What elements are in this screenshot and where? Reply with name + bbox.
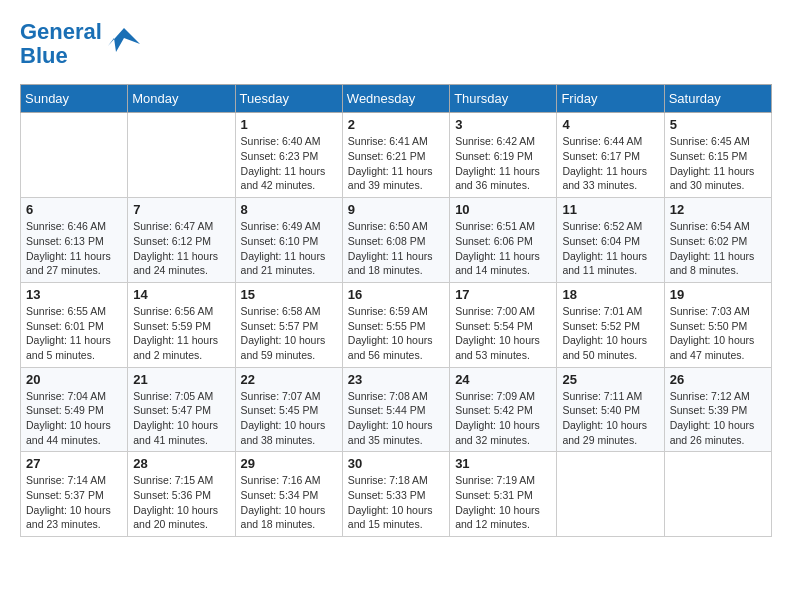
calendar-cell: 15Sunrise: 6:58 AM Sunset: 5:57 PM Dayli… [235, 282, 342, 367]
calendar-body: 1Sunrise: 6:40 AM Sunset: 6:23 PM Daylig… [21, 113, 772, 537]
day-info: Sunrise: 7:01 AM Sunset: 5:52 PM Dayligh… [562, 304, 658, 363]
weekday-header-tuesday: Tuesday [235, 85, 342, 113]
calendar-cell [128, 113, 235, 198]
calendar-cell: 20Sunrise: 7:04 AM Sunset: 5:49 PM Dayli… [21, 367, 128, 452]
day-info: Sunrise: 6:47 AM Sunset: 6:12 PM Dayligh… [133, 219, 229, 278]
day-info: Sunrise: 7:00 AM Sunset: 5:54 PM Dayligh… [455, 304, 551, 363]
calendar-cell: 3Sunrise: 6:42 AM Sunset: 6:19 PM Daylig… [450, 113, 557, 198]
day-number: 27 [26, 456, 122, 471]
day-info: Sunrise: 6:55 AM Sunset: 6:01 PM Dayligh… [26, 304, 122, 363]
day-info: Sunrise: 7:19 AM Sunset: 5:31 PM Dayligh… [455, 473, 551, 532]
calendar-cell: 10Sunrise: 6:51 AM Sunset: 6:06 PM Dayli… [450, 198, 557, 283]
day-info: Sunrise: 6:41 AM Sunset: 6:21 PM Dayligh… [348, 134, 444, 193]
calendar-cell: 4Sunrise: 6:44 AM Sunset: 6:17 PM Daylig… [557, 113, 664, 198]
calendar-cell: 19Sunrise: 7:03 AM Sunset: 5:50 PM Dayli… [664, 282, 771, 367]
svg-marker-0 [108, 28, 140, 52]
weekday-header-wednesday: Wednesday [342, 85, 449, 113]
day-number: 20 [26, 372, 122, 387]
day-number: 4 [562, 117, 658, 132]
weekday-header-sunday: Sunday [21, 85, 128, 113]
day-info: Sunrise: 7:11 AM Sunset: 5:40 PM Dayligh… [562, 389, 658, 448]
day-number: 13 [26, 287, 122, 302]
day-info: Sunrise: 6:40 AM Sunset: 6:23 PM Dayligh… [241, 134, 337, 193]
calendar-cell: 6Sunrise: 6:46 AM Sunset: 6:13 PM Daylig… [21, 198, 128, 283]
day-number: 17 [455, 287, 551, 302]
calendar-cell: 31Sunrise: 7:19 AM Sunset: 5:31 PM Dayli… [450, 452, 557, 537]
day-info: Sunrise: 7:12 AM Sunset: 5:39 PM Dayligh… [670, 389, 766, 448]
day-number: 14 [133, 287, 229, 302]
day-info: Sunrise: 7:14 AM Sunset: 5:37 PM Dayligh… [26, 473, 122, 532]
day-number: 7 [133, 202, 229, 217]
day-info: Sunrise: 7:15 AM Sunset: 5:36 PM Dayligh… [133, 473, 229, 532]
day-info: Sunrise: 6:45 AM Sunset: 6:15 PM Dayligh… [670, 134, 766, 193]
calendar-table: SundayMondayTuesdayWednesdayThursdayFrid… [20, 84, 772, 537]
day-number: 21 [133, 372, 229, 387]
calendar-week-1: 1Sunrise: 6:40 AM Sunset: 6:23 PM Daylig… [21, 113, 772, 198]
day-number: 1 [241, 117, 337, 132]
day-info: Sunrise: 6:58 AM Sunset: 5:57 PM Dayligh… [241, 304, 337, 363]
day-info: Sunrise: 6:46 AM Sunset: 6:13 PM Dayligh… [26, 219, 122, 278]
calendar-week-5: 27Sunrise: 7:14 AM Sunset: 5:37 PM Dayli… [21, 452, 772, 537]
day-number: 11 [562, 202, 658, 217]
day-info: Sunrise: 7:03 AM Sunset: 5:50 PM Dayligh… [670, 304, 766, 363]
day-number: 18 [562, 287, 658, 302]
calendar-cell: 2Sunrise: 6:41 AM Sunset: 6:21 PM Daylig… [342, 113, 449, 198]
day-info: Sunrise: 7:16 AM Sunset: 5:34 PM Dayligh… [241, 473, 337, 532]
calendar-cell [21, 113, 128, 198]
day-number: 16 [348, 287, 444, 302]
calendar-cell: 22Sunrise: 7:07 AM Sunset: 5:45 PM Dayli… [235, 367, 342, 452]
calendar-cell: 29Sunrise: 7:16 AM Sunset: 5:34 PM Dayli… [235, 452, 342, 537]
day-number: 5 [670, 117, 766, 132]
weekday-header-thursday: Thursday [450, 85, 557, 113]
day-number: 24 [455, 372, 551, 387]
day-number: 10 [455, 202, 551, 217]
calendar-cell: 30Sunrise: 7:18 AM Sunset: 5:33 PM Dayli… [342, 452, 449, 537]
calendar-cell: 9Sunrise: 6:50 AM Sunset: 6:08 PM Daylig… [342, 198, 449, 283]
day-info: Sunrise: 6:59 AM Sunset: 5:55 PM Dayligh… [348, 304, 444, 363]
day-info: Sunrise: 7:08 AM Sunset: 5:44 PM Dayligh… [348, 389, 444, 448]
calendar-cell: 24Sunrise: 7:09 AM Sunset: 5:42 PM Dayli… [450, 367, 557, 452]
logo-bird-icon [106, 24, 142, 60]
calendar-cell: 12Sunrise: 6:54 AM Sunset: 6:02 PM Dayli… [664, 198, 771, 283]
page-header: General Blue [20, 20, 772, 68]
calendar-cell: 27Sunrise: 7:14 AM Sunset: 5:37 PM Dayli… [21, 452, 128, 537]
calendar-week-4: 20Sunrise: 7:04 AM Sunset: 5:49 PM Dayli… [21, 367, 772, 452]
calendar-cell: 13Sunrise: 6:55 AM Sunset: 6:01 PM Dayli… [21, 282, 128, 367]
calendar-cell [557, 452, 664, 537]
day-info: Sunrise: 6:56 AM Sunset: 5:59 PM Dayligh… [133, 304, 229, 363]
logo: General Blue [20, 20, 142, 68]
day-number: 9 [348, 202, 444, 217]
calendar-cell: 8Sunrise: 6:49 AM Sunset: 6:10 PM Daylig… [235, 198, 342, 283]
calendar-cell: 16Sunrise: 6:59 AM Sunset: 5:55 PM Dayli… [342, 282, 449, 367]
calendar-cell: 21Sunrise: 7:05 AM Sunset: 5:47 PM Dayli… [128, 367, 235, 452]
day-number: 6 [26, 202, 122, 217]
day-number: 22 [241, 372, 337, 387]
calendar-cell: 18Sunrise: 7:01 AM Sunset: 5:52 PM Dayli… [557, 282, 664, 367]
day-number: 2 [348, 117, 444, 132]
day-number: 26 [670, 372, 766, 387]
day-number: 31 [455, 456, 551, 471]
day-info: Sunrise: 7:07 AM Sunset: 5:45 PM Dayligh… [241, 389, 337, 448]
logo-text: General [20, 20, 102, 44]
day-info: Sunrise: 6:49 AM Sunset: 6:10 PM Dayligh… [241, 219, 337, 278]
day-number: 8 [241, 202, 337, 217]
day-info: Sunrise: 6:44 AM Sunset: 6:17 PM Dayligh… [562, 134, 658, 193]
day-info: Sunrise: 6:54 AM Sunset: 6:02 PM Dayligh… [670, 219, 766, 278]
day-number: 28 [133, 456, 229, 471]
day-number: 30 [348, 456, 444, 471]
calendar-header-row: SundayMondayTuesdayWednesdayThursdayFrid… [21, 85, 772, 113]
calendar-cell: 25Sunrise: 7:11 AM Sunset: 5:40 PM Dayli… [557, 367, 664, 452]
day-number: 29 [241, 456, 337, 471]
day-info: Sunrise: 7:04 AM Sunset: 5:49 PM Dayligh… [26, 389, 122, 448]
day-info: Sunrise: 6:52 AM Sunset: 6:04 PM Dayligh… [562, 219, 658, 278]
logo-text2: Blue [20, 44, 102, 68]
calendar-week-2: 6Sunrise: 6:46 AM Sunset: 6:13 PM Daylig… [21, 198, 772, 283]
weekday-header-monday: Monday [128, 85, 235, 113]
calendar-cell: 14Sunrise: 6:56 AM Sunset: 5:59 PM Dayli… [128, 282, 235, 367]
day-info: Sunrise: 7:18 AM Sunset: 5:33 PM Dayligh… [348, 473, 444, 532]
calendar-cell: 7Sunrise: 6:47 AM Sunset: 6:12 PM Daylig… [128, 198, 235, 283]
day-number: 23 [348, 372, 444, 387]
day-number: 19 [670, 287, 766, 302]
calendar-cell: 26Sunrise: 7:12 AM Sunset: 5:39 PM Dayli… [664, 367, 771, 452]
day-number: 25 [562, 372, 658, 387]
